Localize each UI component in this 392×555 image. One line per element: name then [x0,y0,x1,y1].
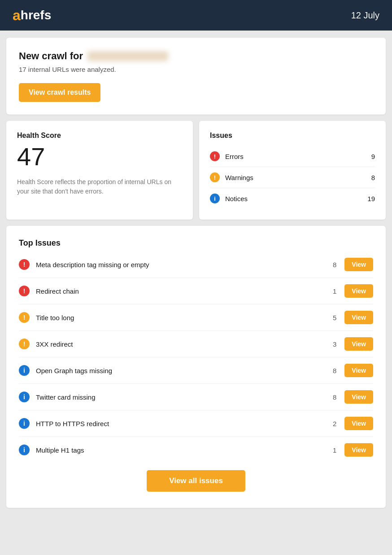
notice-icon: i [210,194,220,203]
warning-icon: ! [19,339,30,349]
view-issue-button[interactable]: View [344,258,373,271]
score-issues-row: Health Score 47 Health Score reflects th… [6,121,386,220]
top-issue-row: ! Redirect chain 1 View [19,278,373,304]
view-issue-button[interactable]: View [344,443,373,457]
top-issue-name: Redirect chain [36,287,327,295]
main-content: New crawl for 17 internal URLs were anal… [0,31,392,515]
warning-count: 8 [371,174,375,181]
error-icon: ! [19,259,30,270]
top-issues-list: ! Meta description tag missing or empty … [19,251,373,463]
warning-icon: ! [19,312,30,323]
notice-icon: i [19,392,30,402]
notice-label: Notices [225,195,367,203]
top-issue-row: i Open Graph tags missing 8 View [19,357,373,384]
top-issue-count: 2 [327,420,336,427]
domain-blur [87,51,168,61]
top-issue-count: 8 [327,261,336,269]
top-issues-card: Top Issues ! Meta description tag missin… [6,226,386,508]
health-score: 47 [17,144,182,169]
logo: a hrefs [13,8,51,22]
view-issue-button[interactable]: View [344,284,373,298]
top-issue-name: Twitter card missing [36,393,327,401]
top-issue-count: 1 [327,287,336,295]
top-issue-name: HTTP to HTTPS redirect [36,420,327,427]
view-issue-button[interactable]: View [344,364,373,377]
top-issue-row: i Multiple H1 tags 1 View [19,437,373,463]
top-issues-title: Top Issues [19,238,373,248]
view-all-wrapper: View all issues [19,463,373,495]
top-issue-name: 3XX redirect [36,340,327,348]
top-issue-name: Open Graph tags missing [36,367,327,374]
top-issue-row: ! Title too long 5 View [19,304,373,331]
error-label: Errors [225,153,371,160]
top-issue-count: 8 [327,367,336,374]
error-icon: ! [210,151,220,161]
error-count: 9 [371,153,375,160]
top-issue-name: Multiple H1 tags [36,446,327,454]
header: a hrefs 12 July [0,0,392,31]
view-issue-button[interactable]: View [344,390,373,404]
notice-count: 19 [367,195,375,203]
health-card: Health Score 47 Health Score reflects th… [6,121,193,220]
header-date: 12 July [351,10,379,21]
top-issue-count: 1 [327,446,336,454]
view-issue-button[interactable]: View [344,311,373,324]
top-issue-name: Meta description tag missing or empty [36,261,327,269]
view-issue-button[interactable]: View [344,337,373,351]
issues-title: Issues [210,132,375,140]
top-issue-row: ! Meta description tag missing or empty … [19,251,373,278]
error-icon: ! [19,286,30,296]
top-issue-count: 3 [327,340,336,348]
notice-icon: i [19,365,30,376]
crawl-subtitle: 17 internal URLs were analyzed. [19,66,373,73]
warning-icon: ! [210,172,220,182]
top-issue-name: Title too long [36,314,327,322]
view-issue-button[interactable]: View [344,417,373,430]
crawl-card: New crawl for 17 internal URLs were anal… [6,38,386,115]
issues-notice-row: i Notices 19 [210,188,375,209]
top-issue-row: ! 3XX redirect 3 View [19,331,373,357]
notice-icon: i [19,445,30,455]
issues-summary-card: Issues ! Errors 9 ! Warnings 8 i Notices… [199,121,386,220]
view-all-issues-button[interactable]: View all issues [147,470,245,492]
top-issue-row: i HTTP to HTTPS redirect 2 View [19,410,373,437]
issues-warning-row: ! Warnings 8 [210,167,375,188]
health-label: Health Score [17,132,182,140]
warning-label: Warnings [225,174,371,181]
top-issue-count: 8 [327,393,336,401]
top-issue-count: 5 [327,314,336,322]
logo-hrefs: hrefs [21,9,51,22]
top-issue-row: i Twitter card missing 8 View [19,384,373,410]
issues-error-row: ! Errors 9 [210,146,375,167]
notice-icon: i [19,418,30,429]
crawl-title: New crawl for [19,50,373,62]
crawl-title-prefix: New crawl for [19,50,83,62]
logo-a: a [13,8,21,22]
health-description: Health Score reflects the proportion of … [17,177,182,196]
view-crawl-results-button[interactable]: View crawl results [19,83,100,102]
